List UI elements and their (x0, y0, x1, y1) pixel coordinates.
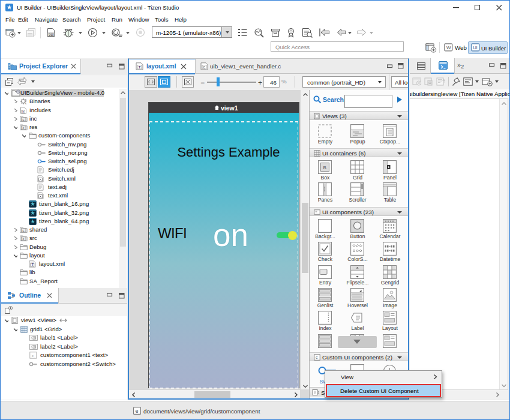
svg-text:0: 0 (25, 98, 27, 101)
svg-text:T: T (139, 65, 141, 69)
svg-text:c: c (316, 355, 318, 359)
svg-text:c: c (23, 229, 25, 232)
svg-text:c: c (23, 117, 25, 121)
svg-text:1: 1 (25, 102, 27, 105)
svg-text:c: c (23, 237, 25, 241)
svg-text:010: 010 (49, 34, 54, 37)
svg-text:UI: UI (473, 45, 478, 50)
svg-text:W: W (446, 45, 451, 50)
svg-text:h: h (22, 109, 24, 113)
svg-text:e: e (135, 409, 138, 415)
svg-text:c: c (32, 354, 34, 358)
svg-text:B: B (323, 165, 326, 170)
svg-text:c: c (23, 126, 25, 130)
